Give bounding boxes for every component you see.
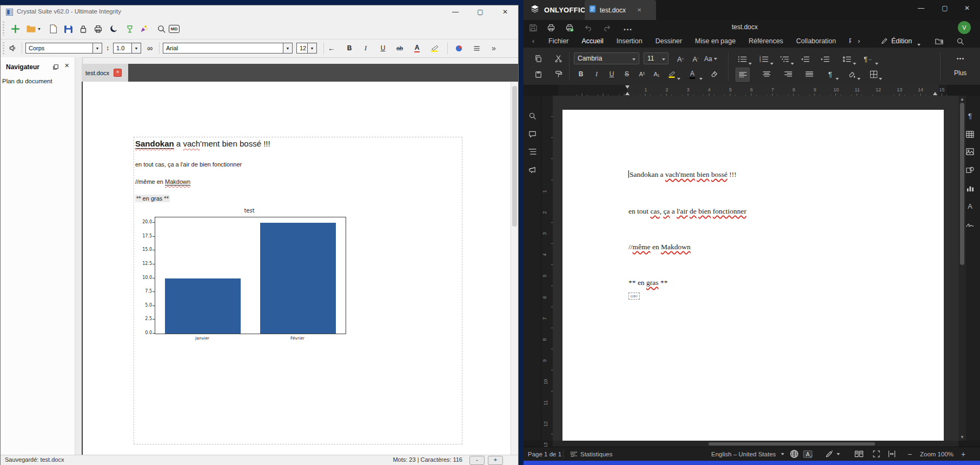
tab-dessiner[interactable]: Dessiner: [655, 35, 682, 48]
track-changes-icon[interactable]: [825, 447, 840, 461]
save-icon[interactable]: [526, 21, 540, 34]
font-color-button[interactable]: A: [412, 39, 422, 57]
paste-icon[interactable]: [532, 68, 545, 81]
shading-icon[interactable]: [845, 68, 858, 81]
font-size-combo[interactable]: 11: [644, 52, 668, 64]
highlighter-button[interactable]: [428, 39, 441, 57]
borders-caret[interactable]: [879, 72, 882, 82]
speaker-icon[interactable]: [7, 39, 19, 57]
toolbar-overflow-chevron[interactable]: »: [488, 39, 499, 57]
spell-check-toggle[interactable]: A✓: [803, 447, 812, 461]
shading-caret[interactable]: [857, 72, 860, 82]
highlight-caret[interactable]: [677, 72, 680, 82]
align-right-button[interactable]: [782, 68, 794, 81]
justify-button[interactable]: [803, 68, 816, 81]
close-button[interactable]: ✕: [494, 5, 516, 18]
multilevel-list-caret[interactable]: [791, 57, 794, 67]
user-avatar[interactable]: V: [958, 21, 971, 34]
new-document-button[interactable]: [46, 18, 60, 39]
ribbon-plus-label[interactable]: Plus: [954, 69, 966, 77]
align-left-button[interactable]: [736, 68, 750, 82]
cup-icon[interactable]: [123, 18, 137, 39]
tab-close-icon[interactable]: ✕: [637, 7, 641, 13]
grow-font-button[interactable]: A^: [674, 52, 687, 65]
document-language-globe-icon[interactable]: [790, 447, 799, 461]
infinity-icon[interactable]: ∞: [144, 39, 155, 57]
superscript-button[interactable]: A¹: [635, 68, 648, 81]
combo-arrow[interactable]: ▼: [131, 43, 141, 53]
document-tab[interactable]: test.docx ✕: [585, 0, 656, 20]
maximize-button[interactable]: ▢: [469, 5, 491, 18]
font-size-combo[interactable]: 12▼: [296, 43, 317, 54]
cut-icon[interactable]: [552, 52, 565, 65]
italic-button[interactable]: I: [590, 68, 603, 81]
scrollbar-thumb[interactable]: [512, 86, 517, 227]
language-selector[interactable]: English – United States: [711, 447, 784, 461]
bullet-list-caret[interactable]: [749, 57, 752, 67]
hamburger-menu-icon[interactable]: [470, 39, 483, 57]
open-dropdown-arrow[interactable]: ▼: [37, 27, 41, 31]
scroll-down-arrow[interactable]: ▼: [960, 435, 964, 440]
combo-arrow[interactable]: ▼: [307, 43, 316, 53]
ribbon-more-icon[interactable]: •••: [954, 52, 967, 65]
line-spacing-combo[interactable]: 1.0▼: [113, 43, 141, 54]
doc-line-1[interactable]: Sandokan a vach'ment bien bossé !!!: [628, 170, 737, 179]
edition-mode-label[interactable]: Édition: [891, 35, 912, 48]
combo-arrow[interactable]: ▼: [283, 43, 292, 53]
first-line-indent-marker[interactable]: [625, 85, 630, 89]
feedback-icon[interactable]: [524, 163, 541, 177]
document-outline-item[interactable]: Plan du document: [2, 78, 52, 84]
open-folder-button[interactable]: ▼: [24, 18, 43, 39]
minimize-button[interactable]: —: [910, 0, 932, 16]
paragraph-style-combo[interactable]: Corps▼: [25, 43, 102, 54]
edit-pencil-icon[interactable]: [880, 37, 888, 46]
dark-mode-moon-icon[interactable]: [107, 18, 121, 39]
horizontal-ruler[interactable]: 123456789101112131415: [558, 85, 947, 96]
zoom-in-button[interactable]: +: [488, 456, 503, 465]
increase-indent-icon[interactable]: [818, 52, 831, 65]
tab-fichier[interactable]: Fichier: [548, 35, 569, 48]
doc-heading[interactable]: Sandokan a vach'ment bien bossé !!!: [135, 139, 270, 148]
hanging-indent-marker[interactable]: [625, 92, 630, 95]
quick-print-icon[interactable]: [562, 21, 577, 34]
numbered-list-icon[interactable]: 123: [757, 52, 770, 65]
print-icon[interactable]: [544, 21, 558, 34]
tab-close-button[interactable]: ×: [114, 69, 122, 77]
line-spacing-icon[interactable]: [840, 52, 853, 65]
lock-icon[interactable]: [76, 18, 90, 39]
strikethrough-button[interactable]: ab: [394, 39, 405, 57]
doc-line-3[interactable]: //même en Makdown: [135, 178, 190, 185]
tab-collaboration[interactable]: Collaboration: [796, 35, 836, 48]
tab-test-docx[interactable]: test.docx ×: [82, 64, 128, 82]
fit-page-icon[interactable]: [873, 447, 880, 461]
paragraph-direction-icon[interactable]: ¶→: [862, 52, 875, 65]
menu-forward-chevron[interactable]: ›: [858, 35, 860, 48]
nonprinting-chars-button[interactable]: ¶: [824, 68, 837, 81]
zoom-out-button[interactable]: -: [469, 456, 485, 465]
tab-insertion[interactable]: Insertion: [617, 35, 643, 48]
open-location-icon[interactable]: [935, 37, 944, 47]
document-page[interactable]: Sandokan a vach'ment bien bossé !!! en t…: [562, 110, 944, 445]
page-indicator[interactable]: Page 1 de 1: [528, 447, 561, 461]
find-icon[interactable]: [524, 109, 541, 123]
multilevel-list-icon[interactable]: [778, 52, 791, 65]
minimize-button[interactable]: —: [445, 5, 466, 18]
zoom-level[interactable]: Zoom 100%: [920, 447, 953, 461]
scrollbar-thumb[interactable]: [960, 103, 964, 265]
vertical-scrollbar[interactable]: ▲ ▼: [958, 96, 966, 441]
decrease-indent-icon[interactable]: [798, 52, 811, 65]
save-button[interactable]: [61, 18, 75, 39]
edition-caret[interactable]: [917, 40, 921, 48]
borders-icon[interactable]: [867, 68, 880, 81]
markdown-button[interactable]: MD: [166, 18, 182, 39]
scroll-up-arrow[interactable]: ▲: [960, 97, 964, 102]
print-button[interactable]: [91, 18, 105, 39]
combo-arrow[interactable]: ▼: [92, 43, 102, 53]
align-center-button[interactable]: [760, 68, 773, 81]
bullet-list-icon[interactable]: [736, 52, 749, 65]
bold-button[interactable]: B: [574, 68, 587, 81]
more-actions-icon[interactable]: ...: [621, 21, 635, 34]
embedded-object-placeholder[interactable]: OBJ: [628, 293, 640, 300]
editor-canvas[interactable]: Sandokan a vach'ment bien bossé !!! en t…: [553, 96, 958, 441]
toolbar-grip[interactable]: [3, 42, 4, 54]
